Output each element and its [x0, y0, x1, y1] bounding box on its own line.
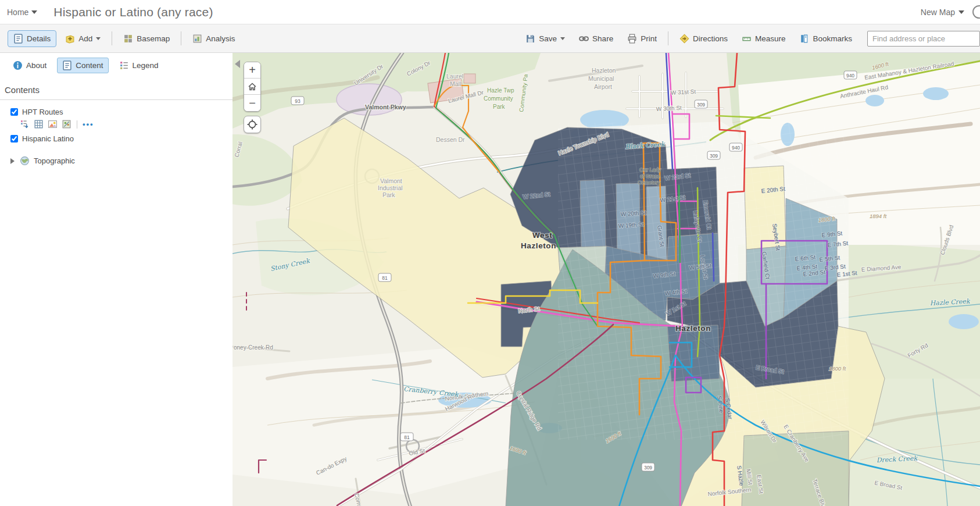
- layer-row-hispanic-latino: Hispanic Latino: [0, 133, 233, 145]
- layer-label: Topographic: [34, 156, 75, 165]
- map-label: Community: [484, 95, 513, 102]
- change-style-icon[interactable]: [48, 119, 58, 129]
- toolbar: Details Add Basemap Analysis Save: [0, 24, 980, 53]
- zoom-controls: + −: [244, 62, 261, 112]
- basemap-button[interactable]: Basemap: [118, 31, 175, 47]
- bookmarks-button[interactable]: Bookmarks: [794, 31, 857, 47]
- svg-text:940: 940: [846, 73, 854, 79]
- tab-content-label: Content: [76, 61, 103, 70]
- home-icon: [248, 82, 257, 91]
- save-button[interactable]: Save: [520, 31, 570, 47]
- layer-row-hpt-routes: HPT Routes: [0, 106, 233, 118]
- save-icon: [525, 34, 535, 44]
- map-label: Valmont: [380, 177, 402, 184]
- chevron-down-icon: [31, 10, 37, 14]
- separator: [668, 31, 668, 45]
- route-shield: 81: [400, 433, 413, 441]
- tab-about[interactable]: About: [8, 58, 51, 73]
- map-label: of Grace: [640, 173, 660, 179]
- contents-heading: Contents: [5, 85, 233, 95]
- home-menu[interactable]: Home: [7, 8, 37, 17]
- route-shield: 309: [695, 100, 707, 108]
- map-label: Park: [382, 191, 395, 198]
- analysis-label: Analysis: [206, 34, 235, 43]
- share-icon: [579, 34, 589, 44]
- print-button[interactable]: Print: [622, 31, 662, 47]
- measure-button[interactable]: Measure: [736, 31, 791, 47]
- search-input[interactable]: [867, 31, 980, 47]
- svg-text:81: 81: [404, 434, 410, 440]
- basemap-icon: [123, 34, 133, 44]
- print-label: Print: [641, 34, 657, 43]
- home-label: Home: [7, 8, 28, 17]
- show-legend-icon[interactable]: [20, 119, 30, 129]
- layer-checkbox-hispanic-latino[interactable]: [10, 135, 18, 142]
- layer-tools: •••: [0, 118, 233, 133]
- legend-icon: [119, 60, 129, 70]
- chevron-down-icon: [560, 37, 565, 40]
- directions-label: Directions: [693, 34, 728, 43]
- separator: [112, 31, 112, 45]
- show-table-icon[interactable]: [34, 119, 44, 129]
- page-title: Hispanic or Latino (any race): [53, 5, 213, 19]
- analysis-button[interactable]: Analysis: [187, 31, 240, 47]
- tab-content[interactable]: Content: [57, 58, 108, 73]
- route-shield: 940: [844, 71, 857, 79]
- add-button[interactable]: Add: [60, 31, 106, 47]
- route-shield: 940: [729, 143, 742, 151]
- separator: [77, 120, 77, 129]
- map-label: Mall: [450, 80, 461, 87]
- map-label: W 30th St: [656, 105, 682, 112]
- new-map-label: New Map: [921, 8, 955, 17]
- svg-text:309: 309: [644, 465, 652, 471]
- map-label: Hazleton: [592, 67, 616, 74]
- home-extent-button[interactable]: [244, 79, 260, 95]
- map-canvas[interactable]: 933093099409403098181 HazletonMunicipalA…: [233, 53, 980, 506]
- analysis-icon: [192, 34, 202, 44]
- share-button[interactable]: Share: [574, 31, 618, 47]
- find-my-location-button[interactable]: [244, 116, 261, 133]
- map-label: Hazle Twp: [487, 87, 514, 94]
- layer-checkbox-hpt-routes[interactable]: [10, 108, 18, 116]
- details-icon: [13, 34, 23, 44]
- sidebar-tabs: About Content Legend: [0, 53, 233, 77]
- layer-tree: HPT Routes ••• Hispanic Latino Topograph…: [0, 106, 233, 168]
- layer-row-topographic: Topographic: [0, 154, 233, 168]
- header: Home Hispanic or Latino (any race) New M…: [0, 0, 980, 24]
- route-shield: 309: [642, 463, 654, 471]
- map-label: Industrial: [378, 184, 403, 191]
- svg-text:309: 309: [697, 102, 705, 108]
- map-label: Hazleton: [675, 324, 711, 333]
- map-label: 1800 ft: [829, 365, 846, 372]
- perform-analysis-icon[interactable]: [62, 119, 71, 129]
- tab-legend[interactable]: Legend: [115, 58, 163, 73]
- globe-icon: [20, 156, 30, 166]
- map-label: Dessen Dr: [436, 136, 465, 143]
- directions-button[interactable]: Directions: [674, 31, 733, 47]
- route-shield: 309: [707, 151, 720, 159]
- sidebar: About Content Legend Contents HPT Routes: [0, 53, 233, 506]
- bookmarks-icon: [799, 34, 809, 44]
- tab-about-label: About: [26, 61, 47, 70]
- profile-icon[interactable]: [972, 5, 980, 19]
- separator: [181, 31, 181, 45]
- map-label: Hazleton: [521, 241, 556, 250]
- expand-icon[interactable]: [10, 158, 15, 164]
- more-options-button[interactable]: •••: [83, 120, 94, 129]
- map-label: Our Lady: [639, 167, 661, 173]
- svg-text:940: 940: [732, 145, 740, 151]
- basemap-label: Basemap: [137, 34, 170, 43]
- new-map-menu[interactable]: New Map: [921, 8, 964, 17]
- content-icon: [62, 60, 72, 70]
- route-shield: 81: [378, 273, 391, 281]
- details-button[interactable]: Details: [8, 30, 56, 47]
- collapse-panel-arrow[interactable]: [235, 60, 240, 68]
- zoom-in-button[interactable]: +: [244, 62, 260, 79]
- zoom-out-button[interactable]: −: [244, 95, 260, 111]
- print-icon: [627, 34, 637, 44]
- directions-icon: [679, 34, 689, 44]
- map-label: Airport: [594, 83, 612, 90]
- map-image: 933093099409403098181 HazletonMunicipalA…: [233, 53, 980, 506]
- map-label: West: [532, 231, 552, 240]
- map-label: oney-Creek-Rd: [234, 344, 273, 351]
